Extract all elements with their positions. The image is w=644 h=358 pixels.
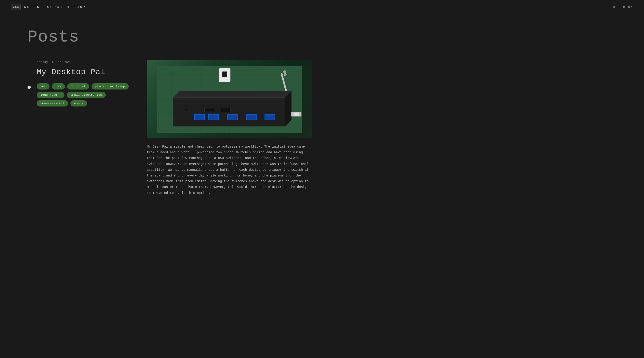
post-date: Monday, 5 Feb 2024 bbox=[37, 60, 133, 64]
tag-iot[interactable]: iot bbox=[37, 83, 50, 90]
svg-point-49 bbox=[280, 102, 282, 103]
svg-rect-31 bbox=[184, 109, 190, 112]
post-right-column: My Desk Pal a simple and cheap tech to o… bbox=[147, 60, 616, 196]
svg-rect-33 bbox=[205, 109, 214, 111]
svg-rect-47 bbox=[294, 112, 299, 116]
post-item: Monday, 5 Feb 2024 My Desktop Pal iot di… bbox=[28, 60, 616, 196]
tag-homeassistant[interactable]: homeassistant bbox=[37, 100, 68, 107]
svg-rect-39 bbox=[209, 115, 218, 120]
tag-3dprint[interactable]: 3d print bbox=[67, 83, 90, 90]
post-left-column: Monday, 5 Feb 2024 My Desktop Pal iot di… bbox=[37, 60, 133, 107]
post-image bbox=[147, 60, 312, 138]
tag-esp32[interactable]: esp32 bbox=[70, 100, 87, 107]
post-title[interactable]: My Desktop Pal bbox=[37, 68, 133, 77]
post-image-placeholder bbox=[147, 60, 312, 138]
tag-diy[interactable]: diy bbox=[52, 83, 65, 90]
main-content: Posts Monday, 5 Feb 2024 My Desktop Pal … bbox=[0, 14, 644, 210]
tag-project-writeup[interactable]: project write-up bbox=[92, 83, 129, 90]
svg-rect-41 bbox=[228, 115, 238, 120]
svg-rect-37 bbox=[195, 115, 204, 120]
nav-notebook-link[interactable]: NOTEBOOK bbox=[613, 6, 633, 9]
svg-rect-50 bbox=[198, 93, 250, 94]
tag-small-electronics[interactable]: small electronics bbox=[67, 92, 106, 98]
header-nav[interactable]: NOTEBOOK bbox=[613, 5, 633, 9]
page-title: Posts bbox=[28, 28, 616, 47]
desk-hub-svg bbox=[155, 66, 304, 133]
svg-marker-35 bbox=[221, 108, 230, 112]
logo: CSB bbox=[11, 4, 21, 10]
site-title: Coders Scratch Book bbox=[24, 5, 87, 9]
tag-long-read[interactable]: long read ! bbox=[37, 92, 64, 98]
svg-rect-43 bbox=[246, 115, 256, 120]
post-excerpt: My Desk Pal a simple and cheap tech to o… bbox=[147, 144, 312, 196]
post-tags: iot diy 3d print project write-up long r… bbox=[37, 83, 133, 107]
site-header: CSB Coders Scratch Book NOTEBOOK bbox=[0, 0, 644, 14]
svg-rect-45 bbox=[265, 115, 275, 120]
svg-point-48 bbox=[177, 102, 178, 103]
header-brand: CSB Coders Scratch Book bbox=[11, 4, 87, 10]
svg-marker-27 bbox=[174, 91, 292, 97]
svg-rect-22 bbox=[223, 72, 226, 76]
timeline-dot bbox=[28, 86, 31, 89]
